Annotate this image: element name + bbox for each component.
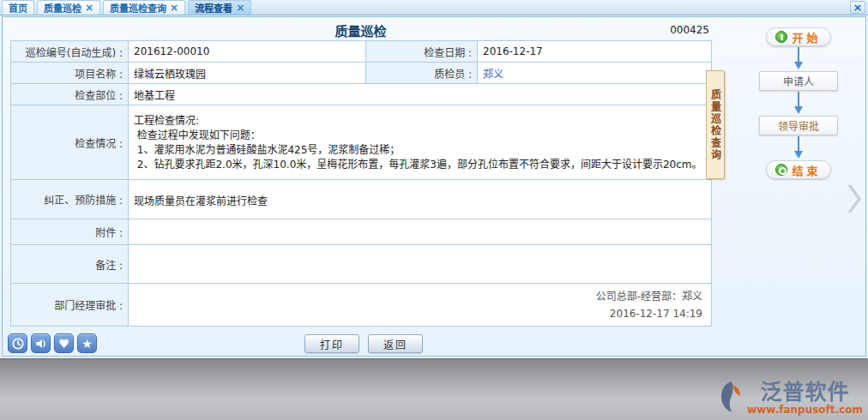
measures-value: 现场质量员在灌浆前进行检查 [129, 180, 712, 219]
workflow-applicant-node[interactable]: 申请人 [759, 71, 838, 91]
check-part-label: 检查部位 : [11, 84, 129, 105]
star-icon[interactable]: ★ [77, 333, 97, 353]
workflow-arrow-down-icon [793, 135, 804, 160]
table-row: 纠正、预防措施 : 现场质量员在灌浆前进行检查 [11, 180, 712, 219]
tab-quality-inspection-label: 质量巡检 [44, 1, 81, 15]
workflow-end-node[interactable]: 结束 [766, 160, 830, 179]
document-number: 000425 [10, 24, 709, 36]
inspection-no-value: 201612-00010 [129, 41, 366, 63]
approval-by: 公司总部-经营部：郑义 [134, 288, 702, 305]
brand-url: www.fanpusoft.com [747, 405, 863, 415]
tab-home[interactable]: 首页 [2, 0, 34, 15]
heart-glyph: ♥ [58, 337, 69, 351]
close-all-tabs-button[interactable]: × [850, 1, 865, 14]
workflow-start-label: 开始 [792, 29, 821, 45]
back-button[interactable]: 返回 [368, 334, 423, 353]
table-row: 检查部位 : 地基工程 [11, 84, 712, 105]
app-window: 首页 质量巡检 × 质量巡检查询 × 流程查看 × × 质量巡检 000425 … [0, 0, 868, 420]
approval-label: 部门经理审批 : [11, 284, 129, 327]
brand-text-block: 泛普软件 www.fanpusoft.com [747, 381, 863, 415]
content-panel: 质量巡检 000425 巡检编号(自动生成) : 201612-00010 检查… [2, 16, 866, 357]
table-row: 备注 : [11, 245, 712, 284]
inspector-value-cell: 郑义 [478, 63, 712, 84]
footer-band: 泛普软件 www.fanpusoft.com [0, 358, 868, 420]
table-row: 检查情况 : 工程检查情况: 检查过程中发现如下问题： 1、灌浆用水泥为普通硅酸… [11, 105, 712, 180]
check-part-value: 地基工程 [129, 84, 712, 105]
attachment-value [129, 219, 712, 245]
situation-line: 1、灌浆用水泥为普通硅酸盐水泥425号，泥浆制备过稀； [134, 143, 709, 158]
workflow-arrow-down-icon [793, 91, 804, 116]
situation-line: 2、钻孔要求孔距2.0米，孔深10.0米，呈梅花形布置，每孔灌浆3遍，部分孔位布… [134, 158, 709, 172]
remark-value [129, 245, 712, 284]
table-row: 项目名称 : 绿城云栖玫瑰园 质检员 : 郑义 [11, 63, 712, 84]
tab-close-icon[interactable]: × [236, 3, 244, 13]
inspector-link[interactable]: 郑义 [483, 69, 503, 81]
workflow-applicant-label: 申请人 [783, 74, 814, 88]
project-name-value: 绿城云栖玫瑰园 [129, 63, 366, 84]
tab-process-view[interactable]: 流程查看 × [188, 0, 251, 15]
remark-label: 备注 : [11, 245, 129, 284]
workflow-diagram: 开始 申请人 领导审批 结束 [742, 27, 855, 179]
side-tab-quality-inspection-query[interactable]: 质量巡检查询 [706, 70, 725, 179]
situation-label: 检查情况 : [11, 105, 129, 180]
tab-bar: 首页 质量巡检 × 质量巡检查询 × 流程查看 × × [0, 0, 868, 15]
inspection-no-label: 巡检编号(自动生成) : [11, 41, 129, 63]
situation-value: 工程检查情况: 检查过程中发现如下问题： 1、灌浆用水泥为普通硅酸盐水泥425号… [129, 105, 712, 180]
inspection-form-table: 巡检编号(自动生成) : 201612-00010 检查日期 : 2016-12… [10, 40, 712, 327]
brand-logo: 泛普软件 www.fanpusoft.com [720, 381, 863, 416]
attachment-label: 附件 : [11, 219, 129, 245]
table-row: 部门经理审批 : 公司总部-经营部：郑义 2016-12-17 14:19 [11, 284, 712, 327]
brand-name: 泛普软件 [761, 381, 850, 403]
tab-process-view-label: 流程查看 [195, 1, 232, 15]
measures-label: 纠正、预防措施 : [11, 180, 129, 219]
end-icon [775, 164, 787, 176]
situation-line: 检查过程中发现如下问题： [134, 129, 709, 143]
situation-line: 工程检查情况: [134, 114, 709, 129]
inspector-label: 质检员 : [366, 63, 478, 84]
fanpu-logo-icon [720, 381, 744, 416]
start-icon [775, 31, 787, 43]
tab-close-icon[interactable]: × [85, 3, 93, 13]
check-date-label: 检查日期 : [366, 41, 478, 63]
table-row: 附件 : [11, 219, 712, 245]
check-date-value: 2016-12-17 [478, 41, 712, 63]
star-glyph: ★ [81, 337, 93, 351]
workflow-arrow-down-icon [793, 46, 804, 71]
tab-quality-inspection-query-label: 质量巡检查询 [110, 1, 166, 15]
form-action-buttons: 打印 返回 [304, 334, 423, 353]
workflow-end-label: 结束 [792, 162, 821, 178]
heart-icon[interactable]: ♥ [54, 333, 74, 353]
speaker-icon[interactable] [31, 333, 51, 353]
tab-close-icon[interactable]: × [170, 3, 178, 13]
tab-quality-inspection[interactable]: 质量巡检 × [37, 0, 100, 15]
clock-icon[interactable] [8, 333, 27, 353]
approval-value: 公司总部-经营部：郑义 2016-12-17 14:19 [129, 284, 712, 327]
table-row: 巡检编号(自动生成) : 201612-00010 检查日期 : 2016-12… [11, 41, 712, 63]
collapse-panel-chevron-icon[interactable] [847, 182, 864, 219]
workflow-start-node[interactable]: 开始 [766, 27, 830, 46]
workflow-leader-approval-label: 领导审批 [778, 118, 819, 133]
project-name-label: 项目名称 : [11, 63, 129, 84]
workflow-leader-approval-node[interactable]: 领导审批 [759, 116, 838, 135]
tab-quality-inspection-query[interactable]: 质量巡检查询 × [103, 0, 185, 15]
quick-tool-icons: ♥ ★ [8, 333, 97, 353]
print-button[interactable]: 打印 [304, 334, 359, 353]
tab-home-label: 首页 [9, 1, 27, 15]
approval-time: 2016-12-17 14:19 [134, 305, 702, 322]
